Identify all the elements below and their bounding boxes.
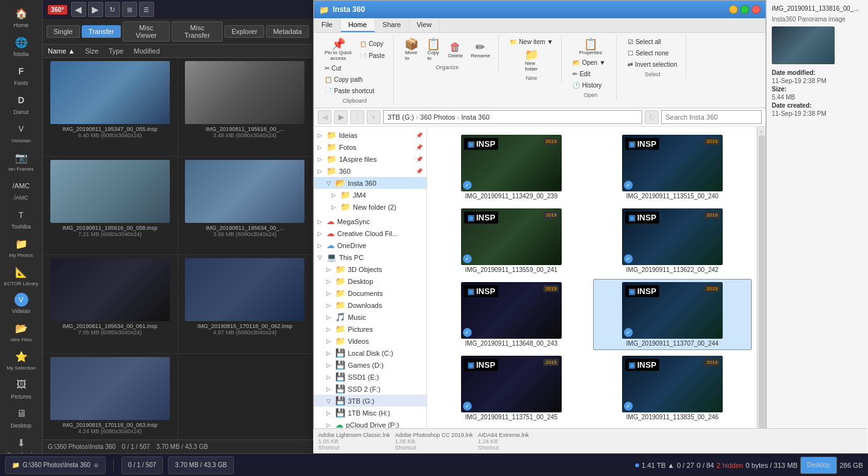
addr-up-btn[interactable]: ↑ bbox=[350, 110, 364, 124]
explorer-file-item[interactable]: INSP 2019 ✓ IMG_20190911_113429_00_239 bbox=[432, 132, 591, 203]
sidebar-item-videias[interactable]: V Videias bbox=[3, 290, 40, 317]
explorer-file-item[interactable]: INSP 2019 ✓ IMG_20190911_113622_00_242 bbox=[593, 205, 752, 276]
nav-layout2-btn[interactable]: ☰ bbox=[139, 2, 154, 17]
copy-to-btn[interactable]: 📋 Copyto bbox=[423, 37, 443, 63]
tree-item-ssd2[interactable]: ▷ 💾 SSD 2 (F:) bbox=[314, 383, 426, 395]
col-size[interactable]: Size bbox=[80, 46, 103, 56]
sidebar-item-toshiba[interactable]: T Toshiba bbox=[3, 205, 40, 232]
select-all-btn[interactable]: ☑Select all bbox=[625, 37, 680, 47]
tree-item-1tb-misc[interactable]: ▷ 💾 1TB Misc (H:) bbox=[314, 407, 426, 419]
ribbon-tab-file[interactable]: File bbox=[314, 18, 341, 32]
tree-item-ssd1[interactable]: ▷ 💾 SSD1 (E:) bbox=[314, 371, 426, 383]
new-item-btn[interactable]: 📁New item ▼ bbox=[506, 37, 556, 47]
tree-item-3d-objects[interactable]: ▷ 📁 3D Objects bbox=[314, 263, 426, 275]
sidebar-item-entire-files[interactable]: 📂 ntire Files bbox=[3, 318, 40, 345]
scroll-thumb[interactable] bbox=[759, 135, 765, 430]
col-modified[interactable]: Modified bbox=[129, 46, 165, 56]
select-none-btn[interactable]: ☐Select none bbox=[625, 48, 680, 59]
tab-transfer[interactable]: Transfer bbox=[82, 25, 121, 38]
list-item[interactable]: IMG_20190815_170118_00_063.insp 4.24 MB … bbox=[43, 354, 178, 453]
nav-refresh-btn[interactable]: ↻ bbox=[105, 2, 120, 17]
tab-misc-viewer[interactable]: Misc Viewer bbox=[123, 21, 170, 42]
tree-item-local-disk[interactable]: ▷ 💾 Local Disk (C:) bbox=[314, 347, 426, 359]
sidebar-item-my-photos[interactable]: 📁 My Photos bbox=[3, 234, 40, 261]
paste-shortcut-btn[interactable]: 📄Paste shortcut bbox=[321, 86, 388, 96]
path-part-folder[interactable]: 360 Photos bbox=[420, 113, 455, 121]
col-type[interactable]: Type bbox=[104, 46, 129, 56]
addr-recent-btn[interactable]: ▾ bbox=[367, 110, 381, 124]
history-btn[interactable]: 🕐History bbox=[569, 80, 611, 91]
tree-item-desktop-folder[interactable]: ▷ 📁 Desktop bbox=[314, 275, 426, 287]
explorer-file-item[interactable]: INSP 2019 ✓ IMG_20190911_113559_00_241 bbox=[432, 205, 591, 276]
ribbon-tab-view[interactable]: View bbox=[409, 18, 440, 32]
tree-item-jm4[interactable]: ▷ 📁 JM4 bbox=[314, 189, 426, 201]
tree-item-downloads-folder[interactable]: ▷ 📁 Downloads bbox=[314, 299, 426, 311]
list-item[interactable]: IMG_20190811_195347_00_055.insp 6.40 MB … bbox=[43, 58, 178, 157]
explorer-file-item[interactable]: INSP 2019 ✓ IMG_20190911_113751_00_245 bbox=[432, 353, 591, 424]
tree-item-creative-cloud[interactable]: ▷ ☁ Creative Cloud Fil... bbox=[314, 227, 426, 239]
maximize-btn[interactable] bbox=[740, 5, 749, 14]
paste-btn[interactable]: 📄Paste bbox=[357, 50, 388, 61]
sidebar-item-home[interactable]: 🏠 Home bbox=[3, 3, 40, 31]
tree-item-insta360[interactable]: ▽ 📂 Insta 360 bbox=[314, 177, 426, 189]
tree-item-new-folder-2[interactable]: ▷ 📁 New folder (2) bbox=[314, 201, 426, 213]
sidebar-item-victorian[interactable]: V Victorian bbox=[3, 119, 40, 146]
scrollbar[interactable]: ▲ ▼ bbox=[757, 127, 765, 439]
cut-btn[interactable]: ✂Cut bbox=[321, 63, 388, 74]
rename-btn[interactable]: ✏ Rename bbox=[468, 40, 493, 60]
tree-item-music[interactable]: ▷ 🎵 Music bbox=[314, 311, 426, 323]
tree-item-megasync[interactable]: ▷ ☁ MegaSync bbox=[314, 215, 426, 227]
tree-item-3tb[interactable]: ▽ 💾 3TB (G:) bbox=[314, 395, 426, 407]
address-path[interactable]: 3TB (G:) › 360 Photos › Insta 360 bbox=[383, 110, 642, 124]
path-part-subfolder[interactable]: Insta 360 bbox=[461, 113, 489, 121]
list-item[interactable]: IMG_20190811_195634_00_061.insp 7.05 MB … bbox=[43, 255, 178, 354]
path-part-drive[interactable]: 3TB (G:) bbox=[387, 113, 414, 121]
explorer-file-item[interactable]: INSP 2019 ✓ IMG_20190911_113707_00_244 bbox=[593, 279, 752, 350]
explorer-file-item[interactable]: INSP 2019 ✓ IMG_20190911_113515_00_240 bbox=[593, 132, 752, 203]
tree-item-onedrive[interactable]: ▷ ☁ OneDrive bbox=[314, 239, 426, 251]
search-input[interactable] bbox=[661, 110, 762, 124]
col-name[interactable]: Name ▲ bbox=[43, 46, 80, 56]
tree-item-fotos[interactable]: ▷ 📁 Fotos 📌 bbox=[314, 141, 426, 153]
tray-item[interactable]: AIDA64 Extreme.lnk 1.24 KB Shortcut bbox=[478, 432, 529, 451]
explorer-file-item[interactable]: INSP 2019 ✓ IMG_20190911_113835_00_246 bbox=[593, 353, 752, 424]
delete-btn[interactable]: 🗑 Delete bbox=[445, 40, 466, 60]
sidebar-item-desktop[interactable]: 🖥 Desktop bbox=[3, 404, 40, 431]
explorer-file-item[interactable]: INSP 2019 ✓ IMG_20190911_113648_00_243 bbox=[432, 279, 591, 350]
nav-forward-btn[interactable]: ▶ bbox=[88, 2, 103, 17]
ribbon-tab-home[interactable]: Home bbox=[341, 18, 375, 32]
sidebar-item-fonts[interactable]: F Fonts bbox=[3, 61, 40, 89]
tree-item-ideias[interactable]: ▷ 📁 Ideias 📌 bbox=[314, 129, 426, 141]
sidebar-item-pictures[interactable]: 🖼 Pictures bbox=[3, 375, 40, 402]
move-to-btn[interactable]: 📦 Moveto bbox=[401, 37, 421, 63]
tree-item-pictures-folder[interactable]: ▷ 📁 Pictures bbox=[314, 323, 426, 335]
taskbar-active-window[interactable]: Desktop bbox=[800, 456, 837, 474]
list-item[interactable]: IMG_20190811_195616_00_058.insp 7.21 MB … bbox=[43, 157, 178, 256]
tree-item-documents[interactable]: ▷ 📁 Documents bbox=[314, 287, 426, 299]
taskbar-path[interactable]: 📁 G:\360 Photos\Insta 360 ⊕ bbox=[5, 456, 106, 474]
sidebar-item-my-selection[interactable]: ⭐ My Selection bbox=[3, 346, 40, 373]
tab-metadata[interactable]: Metadata bbox=[266, 25, 309, 38]
tree-item-videos[interactable]: ▷ 📁 Videos bbox=[314, 335, 426, 347]
tab-single[interactable]: Single bbox=[47, 25, 80, 38]
minimize-btn[interactable] bbox=[729, 5, 738, 14]
new-folder-btn[interactable]: 📁 Newfolder bbox=[517, 47, 545, 74]
tree-item-360[interactable]: ▷ 📁 360 📌 bbox=[314, 165, 426, 177]
addr-refresh-btn[interactable]: ↻ bbox=[645, 110, 659, 124]
list-item[interactable]: IMG_20190815_170118_00_062.insp 4.97 MB … bbox=[178, 255, 313, 354]
nav-layout1-btn[interactable]: ⊞ bbox=[122, 2, 137, 17]
addr-back-btn[interactable]: ◀ bbox=[318, 110, 331, 124]
nav-back-btn[interactable]: ◀ bbox=[71, 2, 86, 17]
sidebar-item-vector-library[interactable]: 📐 ECTOR Library bbox=[3, 262, 40, 289]
sidebar-item-fotolia[interactable]: 🌐 fotolia bbox=[3, 32, 40, 60]
tray-item[interactable]: Adobe Photoshop CC 2019.lnk 1.05 KB Shor… bbox=[395, 432, 473, 451]
properties-btn[interactable]: 📋 Properties bbox=[576, 37, 605, 57]
scroll-up[interactable]: ▲ bbox=[759, 128, 764, 134]
edit-btn[interactable]: ✏Edit bbox=[569, 69, 611, 79]
copy-path-btn[interactable]: 📋Copy path bbox=[321, 74, 388, 85]
open-btn[interactable]: 📂Open ▼ bbox=[569, 57, 611, 68]
tray-item[interactable]: Adobe Lightroom Classic.lnk 1.05 KB Shor… bbox=[318, 432, 390, 451]
sidebar-item-amc[interactable]: /AMC /AMC bbox=[3, 176, 40, 203]
addr-forward-btn[interactable]: ▶ bbox=[334, 110, 348, 124]
close-btn[interactable] bbox=[752, 5, 760, 14]
